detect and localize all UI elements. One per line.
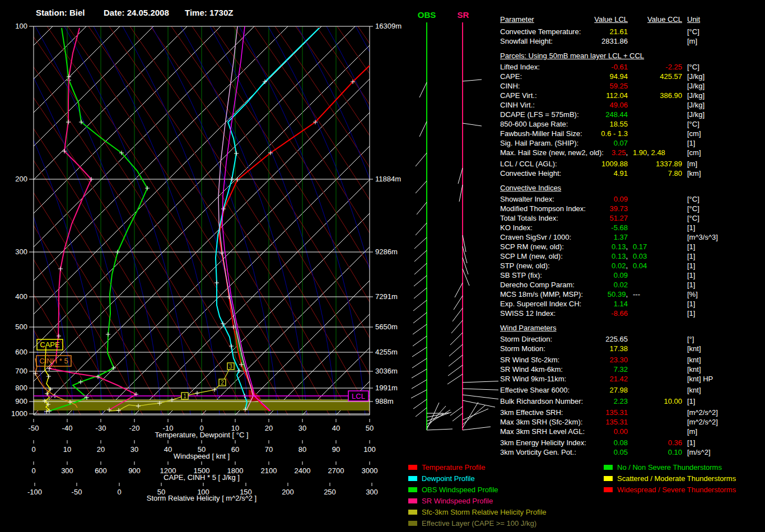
wind-barb <box>453 413 463 421</box>
isotherm-line <box>370 26 498 415</box>
temperature-axis-tick-label: 20 <box>265 424 273 432</box>
value-part: 0.09 <box>614 195 628 203</box>
pressure-label: 700 <box>15 367 27 375</box>
value-part: 135.31 <box>605 408 628 417</box>
param-value-lcl: 94.94 <box>534 72 628 81</box>
value-part: 1.14 <box>614 300 628 308</box>
value-part: -8.66 <box>611 309 628 318</box>
legend-column-left: Temperature ProfileDewpoint ProfileOBS W… <box>408 461 547 529</box>
temperature-axis-tick-label: 50 <box>366 424 374 432</box>
windspeed-axis-tick-label: 80 <box>298 445 306 454</box>
param-value-lcl: 27.98 <box>534 386 628 394</box>
height-label: 9286m <box>375 248 398 256</box>
param-row: Craven SigSvr / 1000:1.37[m^3/s^3] <box>500 233 765 242</box>
param-unit: [J/kg] <box>687 110 705 119</box>
param-label: CAPE: <box>500 72 522 81</box>
value-part: 0.17 <box>633 242 647 251</box>
cape-axis-tick-label: 900 <box>128 466 141 475</box>
dry-adiabat <box>130 26 371 415</box>
height-label: 1991m <box>375 384 398 392</box>
table-section-title: Convective Indices <box>500 184 765 193</box>
param-unit: [1] <box>687 242 695 251</box>
cape-axis-tick-label: 3000 <box>362 466 378 475</box>
param-value-lcl: 225.65 <box>534 335 628 343</box>
param-row: Max 3km SRH (Sfc-2km):135.31[m^2/s^2] <box>500 418 765 427</box>
param-value-lcl: 0.09 <box>534 195 628 203</box>
wind-barb <box>447 374 463 384</box>
value-part: 94.94 <box>609 72 628 81</box>
param-unit: [J/kg] <box>687 82 705 90</box>
legend-swatch <box>604 487 613 492</box>
cape-axis-tick-label: 0 <box>31 466 35 475</box>
wind-barb <box>448 365 463 376</box>
param-row: 3km Vorticity Gen. Pot.:0.050.10[m/s^2] <box>500 448 765 458</box>
dry-adiabat <box>420 26 498 415</box>
param-row: Effective Shear 6000:27.98[knt] <box>500 386 765 395</box>
wind-barb <box>416 153 427 166</box>
param-value-lcl: 3.25, <box>534 148 628 157</box>
legend-swatch <box>408 521 417 526</box>
param-unit: [m^2/s^2] <box>687 408 718 417</box>
dry-adiabat <box>316 26 498 415</box>
temperature-axis-tick-label: 30 <box>298 424 306 432</box>
value-part: 7.80 <box>668 169 682 178</box>
param-unit: [knt] <box>687 386 701 394</box>
table-section-title: Parcels: Using 50mB mean layer LCL + CCL <box>500 52 765 61</box>
wind-barb <box>413 312 427 323</box>
param-row: Convective Height:4.917.80[km] <box>500 169 765 179</box>
moist-adiabat <box>326 26 453 415</box>
param-value-lcl: 135.31 <box>534 408 628 417</box>
windspeed-axis-tick-label: 90 <box>332 445 340 454</box>
wind-barb <box>414 276 427 286</box>
param-row: Showalter Index:0.09[°C] <box>500 195 765 204</box>
param-unit: [J/kg] <box>687 72 705 81</box>
value-part: 248.44 <box>605 110 628 119</box>
param-value-ccl: 1337.89 <box>633 160 682 168</box>
dry-adiabat <box>399 26 498 415</box>
height-label: 16309m <box>375 22 402 30</box>
legend-swatch <box>408 487 417 492</box>
col-header-value-lcl: Value LCL <box>534 15 628 24</box>
param-row: Storm Direction:225.65[°] <box>500 335 765 344</box>
srh-axis-tick-label: 250 <box>324 488 336 496</box>
param-unit: [knt] <box>687 365 701 374</box>
pressure-label: 400 <box>15 292 27 301</box>
param-value-lcl: 2.23 <box>534 397 628 405</box>
moist-adiabat <box>443 26 498 415</box>
isotherm-line <box>269 26 498 415</box>
param-unit: [J/kg] <box>687 91 705 100</box>
srh-axis-tick-label: 200 <box>282 488 294 496</box>
moist-adiabat <box>268 26 394 415</box>
value-part: 1.37 <box>614 233 628 241</box>
value-part: 0.04 <box>633 262 647 270</box>
lcl-label: LCL <box>352 392 365 400</box>
cape-axis-tick-label: 2700 <box>328 466 344 475</box>
param-value-ccl: 1.90, 2.48 <box>633 148 665 157</box>
param-row: CAPE Virt.:112.04386.90[J/kg] <box>500 91 765 101</box>
temperature-axis-tick-label: 40 <box>332 424 340 432</box>
windspeed-axis-title: Windspeed [ knt ] <box>174 452 230 460</box>
param-unit: [1] <box>687 397 695 405</box>
param-unit: [m^3/s^3] <box>687 233 718 241</box>
value-part: 10.00 <box>664 397 682 405</box>
param-value-lcl: 51.27 <box>534 214 628 222</box>
value-part: 0.36 <box>668 438 682 447</box>
param-row: 3km Energy Helicity Index:0.080.36[1] <box>500 438 765 448</box>
dry-adiabat <box>461 26 498 415</box>
table-section-title: Wind Parameters <box>500 324 765 333</box>
wind-barb <box>412 380 427 389</box>
param-value-lcl: 59.25 <box>534 82 628 90</box>
temperature-axis-tick-label: -50 <box>29 424 39 432</box>
value-part: 112.04 <box>606 91 628 100</box>
height-label: 11884m <box>375 175 401 183</box>
value-part: 2.48 <box>651 148 665 157</box>
param-row: SCP LM (new, old):0.13,0.03[1] <box>500 252 765 262</box>
wind-barb <box>416 223 427 235</box>
param-value-lcl: 0.02, <box>534 262 628 270</box>
height-label: 4255m <box>375 348 398 356</box>
param-unit: [cm] <box>687 129 701 138</box>
param-value-lcl: 0.02 <box>534 281 628 289</box>
legend-item: Effective Layer (CAPE >= 100 J/kg) <box>408 517 547 529</box>
dry-adiabat <box>234 26 474 415</box>
wind-barb <box>463 427 491 430</box>
